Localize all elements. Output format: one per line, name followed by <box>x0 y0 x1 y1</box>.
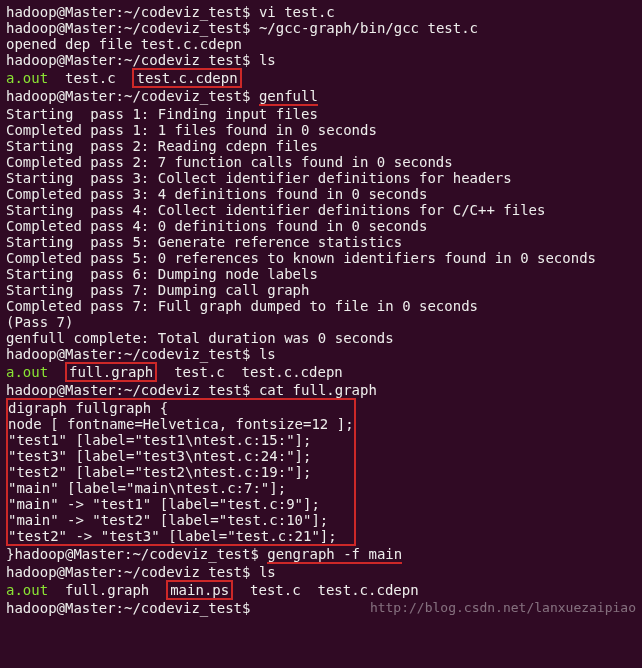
highlight-genfull: genfull <box>259 88 318 106</box>
ls-output-2: a.out full.graph test.c test.c.cdepn <box>6 362 636 382</box>
graph-line-3: "test3" [label="test3\ntest.c:24:"]; <box>8 448 354 464</box>
cmd-gengraph: }hadoop@Master:~/codeviz_test$ gengraph … <box>6 546 636 564</box>
cmd-genfull: hadoop@Master:~/codeviz_test$ genfull <box>6 88 636 106</box>
prompt-last: hadoop@Master:~/codeviz_test$ <box>6 600 636 616</box>
graph-line-6: "main" -> "test1" [label="test.c:9"]; <box>8 496 354 512</box>
genfull-out-1: Completed pass 1: 1 files found in 0 sec… <box>6 122 636 138</box>
highlight-cdepn: test.c.cdepn <box>132 68 241 88</box>
cmd-gcc: hadoop@Master:~/codeviz_test$ ~/gcc-grap… <box>6 20 636 36</box>
graph-line-5: "main" [label="main\ntest.c:7:"]; <box>8 480 354 496</box>
ls-output-1: a.out test.c test.c.cdepn <box>6 68 636 88</box>
genfull-out-13: (Pass 7) <box>6 314 636 330</box>
graph-line-7: "main" -> "test2" [label="test.c:10"]; <box>8 512 354 528</box>
cmd-cat: hadoop@Master:~/codeviz_test$ cat full.g… <box>6 382 636 398</box>
highlight-graph-block: digraph fullgraph { node [ fontname=Helv… <box>6 398 356 546</box>
cmd-vi: hadoop@Master:~/codeviz_test$ vi test.c <box>6 4 636 20</box>
genfull-out-9: Completed pass 5: 0 references to known … <box>6 250 636 266</box>
genfull-out-11: Starting pass 7: Dumping call graph <box>6 282 636 298</box>
cmd-ls-2: hadoop@Master:~/codeviz_test$ ls <box>6 346 636 362</box>
genfull-out-4: Starting pass 3: Collect identifier defi… <box>6 170 636 186</box>
genfull-out-2: Starting pass 2: Reading cdepn files <box>6 138 636 154</box>
genfull-out-8: Starting pass 5: Generate reference stat… <box>6 234 636 250</box>
genfull-out-6: Starting pass 4: Collect identifier defi… <box>6 202 636 218</box>
graph-line-2: "test1" [label="test1\ntest.c:15:"]; <box>8 432 354 448</box>
genfull-out-14: genfull complete: Total duration was 0 s… <box>6 330 636 346</box>
cmd-ls-1: hadoop@Master:~/codeviz_test$ ls <box>6 52 636 68</box>
graph-line-8: "test2" -> "test3" [label="test.c:21"]; <box>8 528 354 544</box>
genfull-out-5: Completed pass 3: 4 definitions found in… <box>6 186 636 202</box>
graph-line-0: digraph fullgraph { <box>8 400 354 416</box>
cmd-ls-3: hadoop@Master:~/codeviz_test$ ls <box>6 564 636 580</box>
genfull-out-10: Starting pass 6: Dumping node labels <box>6 266 636 282</box>
graph-line-1: node [ fontname=Helvetica, fontsize=12 ]… <box>8 416 354 432</box>
opened-dep: opened dep file test.c.cdepn <box>6 36 636 52</box>
highlight-fullgraph: full.graph <box>65 362 157 382</box>
genfull-out-3: Completed pass 2: 7 function calls found… <box>6 154 636 170</box>
highlight-gengraph: gengraph -f main <box>267 546 402 564</box>
graph-line-4: "test2" [label="test2\ntest.c:19:"]; <box>8 464 354 480</box>
highlight-mainps: main.ps <box>166 580 233 600</box>
ls-output-3: a.out full.graph main.ps test.c test.c.c… <box>6 580 636 600</box>
genfull-out-12: Completed pass 7: Full graph dumped to f… <box>6 298 636 314</box>
genfull-out-0: Starting pass 1: Finding input files <box>6 106 636 122</box>
genfull-out-7: Completed pass 4: 0 definitions found in… <box>6 218 636 234</box>
